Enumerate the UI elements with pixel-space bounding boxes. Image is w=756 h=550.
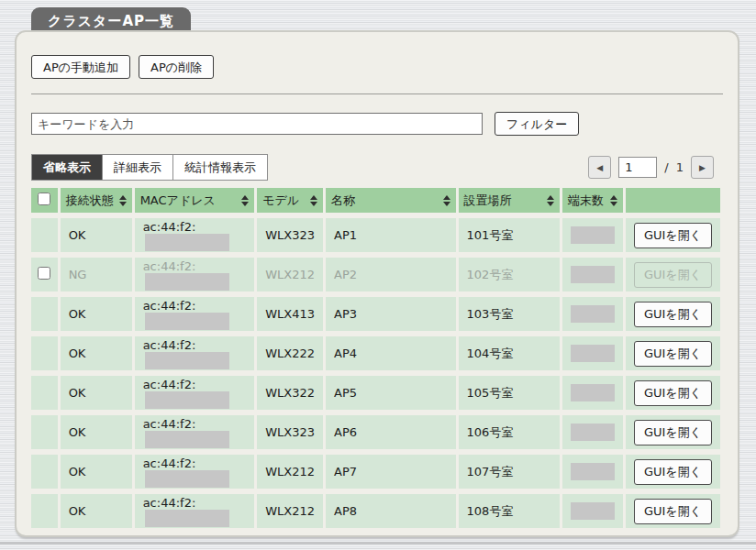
sort-icon[interactable]: [119, 195, 127, 206]
sort-icon[interactable]: [610, 195, 617, 206]
status-cell: OK: [61, 218, 132, 252]
gui-action-cell: GUIを開く: [626, 376, 720, 410]
page-separator: /: [664, 160, 668, 174]
row-select-cell: [31, 336, 58, 370]
mac-prefix: ac:44:f2:: [143, 338, 196, 352]
status-cell: OK: [61, 455, 132, 489]
page-number-input[interactable]: [618, 157, 657, 178]
sort-icon[interactable]: [310, 195, 317, 206]
mac-redaction-box: [145, 510, 229, 527]
location-cell: 104号室: [459, 336, 560, 370]
name-cell: AP2: [326, 258, 456, 292]
tab-summary-view[interactable]: 省略表示: [32, 155, 103, 180]
open-gui-button[interactable]: GUIを開く: [634, 459, 712, 485]
model-cell: WLX212: [257, 455, 323, 489]
mac-address-cell: ac:44:f2:: [135, 415, 255, 449]
row-select-cell: [31, 494, 58, 528]
right-triangle-icon: ▶: [699, 163, 706, 172]
location-cell: 105号室: [459, 376, 560, 410]
window-bottom-edge: [0, 542, 756, 544]
mac-prefix: ac:44:f2:: [143, 378, 196, 391]
client-count-cell: [562, 218, 623, 252]
open-gui-button[interactable]: GUIを開く: [634, 223, 712, 248]
client-count-redaction-box: [571, 502, 615, 520]
mac-redaction-box: [145, 352, 229, 369]
table-header-row: 接続状態 MACアドレス モデル 名称 設置場所 端末数: [31, 188, 720, 213]
gui-action-cell: GUIを開く: [626, 258, 720, 292]
client-count-redaction-box: [571, 345, 615, 362]
row-select-cell: [31, 376, 58, 410]
location-cell: 107号室: [459, 455, 560, 489]
name-cell: AP8: [326, 494, 456, 528]
sort-icon[interactable]: [241, 195, 249, 206]
sort-icon[interactable]: [443, 195, 450, 206]
add-ap-button[interactable]: APの手動追加: [31, 55, 130, 79]
gui-action-cell: GUIを開く: [626, 218, 720, 252]
row-select-cell: [31, 258, 58, 292]
location-cell: 106号室: [459, 415, 560, 449]
name-cell: AP6: [326, 415, 456, 449]
table-row: OKac:44:f2:WLX212AP8108号室GUIを開く: [31, 494, 720, 528]
mac-redaction-box: [145, 391, 229, 409]
mac-address-cell: ac:44:f2:: [135, 455, 255, 489]
mac-prefix: ac:44:f2:: [143, 496, 196, 510]
name-cell: AP1: [326, 218, 456, 252]
name-cell: AP4: [326, 336, 456, 370]
mac-address-cell: ac:44:f2:: [135, 376, 255, 410]
open-gui-button[interactable]: GUIを開く: [634, 302, 712, 327]
tab-statistics-view[interactable]: 統計情報表示: [173, 155, 267, 180]
status-cell: NG: [61, 258, 132, 292]
table-row: OKac:44:f2:WLX322AP5105号室GUIを開く: [31, 376, 720, 410]
mac-address-cell: ac:44:f2:: [135, 218, 255, 252]
mac-redaction-box: [145, 470, 229, 488]
client-count-cell: [562, 415, 623, 449]
next-page-button[interactable]: ▶: [691, 156, 714, 179]
mac-redaction-box: [145, 273, 229, 291]
client-count-cell: [562, 336, 623, 370]
open-gui-button[interactable]: GUIを開く: [634, 341, 712, 367]
sort-icon[interactable]: [547, 195, 554, 206]
name-cell: AP3: [326, 297, 456, 331]
open-gui-button[interactable]: GUIを開く: [634, 420, 712, 446]
table-row: OKac:44:f2:WLX323AP6106号室GUIを開く: [31, 415, 720, 449]
mac-prefix: ac:44:f2:: [143, 220, 196, 234]
mac-address-cell: ac:44:f2:: [135, 258, 255, 292]
tab-detail-view[interactable]: 詳細表示: [103, 155, 173, 180]
delete-ap-button[interactable]: APの削除: [139, 55, 214, 79]
pagination: ◀ / 1 ▶: [588, 156, 714, 179]
header-mac: MACアドレス: [140, 192, 216, 209]
header-gui-actions: [626, 188, 720, 213]
filter-button[interactable]: フィルター: [495, 112, 579, 136]
row-checkbox[interactable]: [38, 267, 50, 280]
client-count-redaction-box: [571, 463, 615, 480]
table-row: OKac:44:f2:WLX323AP1101号室GUIを開く: [31, 218, 720, 252]
model-cell: WLX322: [257, 376, 323, 410]
table-row: OKac:44:f2:WLX413AP3103号室GUIを開く: [31, 297, 720, 331]
header-clients: 端末数: [568, 192, 604, 209]
model-cell: WLX323: [257, 218, 323, 252]
client-count-redaction-box: [571, 266, 615, 283]
header-model: モデル: [262, 192, 299, 209]
mac-address-cell: ac:44:f2:: [135, 494, 255, 528]
client-count-redaction-box: [571, 226, 615, 244]
row-select-cell: [31, 455, 58, 489]
client-count-cell: [562, 297, 623, 331]
status-cell: OK: [61, 415, 132, 449]
model-cell: WLX413: [257, 297, 323, 331]
view-mode-tabs: 省略表示 詳細表示 統計情報表示: [31, 154, 268, 181]
open-gui-button[interactable]: GUIを開く: [634, 499, 712, 524]
client-count-cell: [562, 376, 623, 410]
table-row: OKac:44:f2:WLX222AP4104号室GUIを開く: [31, 336, 720, 370]
client-count-redaction-box: [571, 305, 615, 323]
mac-prefix: ac:44:f2:: [143, 259, 196, 273]
mac-redaction-box: [145, 234, 229, 251]
status-cell: OK: [61, 376, 132, 410]
filter-bar: フィルター: [31, 112, 723, 136]
open-gui-button[interactable]: GUIを開く: [634, 380, 712, 406]
location-cell: 108号室: [459, 494, 560, 528]
client-count-redaction-box: [571, 424, 615, 441]
keyword-search-input[interactable]: [31, 113, 483, 135]
prev-page-button[interactable]: ◀: [588, 156, 611, 179]
select-all-checkbox[interactable]: [38, 192, 50, 205]
location-cell: 103号室: [459, 297, 560, 331]
